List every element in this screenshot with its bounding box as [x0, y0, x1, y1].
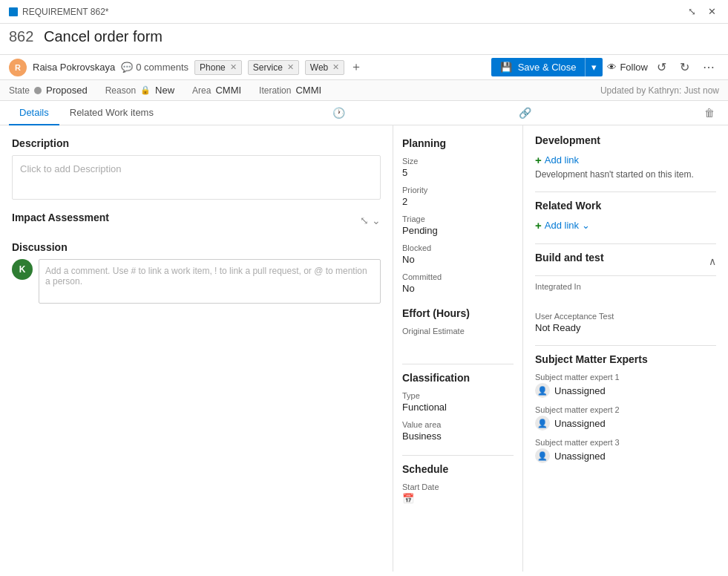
avatar: R — [9, 59, 27, 76]
add-related-link-button[interactable]: + Add link ⌄ — [535, 219, 590, 232]
divider — [402, 364, 514, 364]
toolbar: R Raisa Pokrovskaya 💬 0 comments Phone ✕… — [0, 55, 728, 80]
expand-icon-button[interactable]: ⤡ — [360, 215, 369, 226]
item-header: 862 Cancel order form — [0, 24, 728, 55]
tag-web-remove[interactable]: ✕ — [332, 62, 339, 72]
state-dot — [34, 87, 42, 94]
build-test-title: Build and test — [535, 252, 604, 264]
state-field: State Proposed — [9, 85, 88, 96]
area-field: Area CMMI — [192, 85, 241, 96]
classification-title: Classification — [402, 372, 514, 384]
right-divider1 — [535, 192, 716, 192]
item-title: 862 Cancel order form — [9, 28, 719, 45]
right-divider2 — [535, 243, 716, 244]
integrated-in-value[interactable] — [535, 292, 716, 304]
tag-service-remove[interactable]: ✕ — [287, 62, 294, 72]
history-icon-button[interactable]: 🕐 — [328, 104, 350, 122]
classification-section: Classification Type Functional Value are… — [402, 372, 514, 442]
save-close-label[interactable]: 💾 Save & Close — [491, 58, 585, 76]
minimize-button[interactable]: ⤡ — [685, 4, 699, 19]
commenter-avatar: K — [12, 259, 33, 280]
planning-section: Planning Size 5 Priority 2 Triage Pendin… — [402, 137, 514, 294]
tag-service: Service ✕ — [248, 60, 299, 75]
title-bar-left: REQUIREMENT 862* — [9, 7, 108, 17]
schedule-section: Schedule Start Date 📅 — [402, 463, 514, 504]
comments-button[interactable]: 💬 0 comments — [121, 62, 188, 73]
right-panel: Development + Add link Development hasn'… — [523, 125, 728, 572]
main-content: Description Click to add Description Imp… — [0, 125, 728, 572]
undo-button[interactable]: ↺ — [652, 59, 671, 76]
original-estimate-value[interactable] — [402, 337, 514, 350]
impact-title: Impact Assessment — [12, 212, 109, 223]
more-button[interactable]: ⋯ — [698, 59, 719, 76]
middle-panel: Planning Size 5 Priority 2 Triage Pendin… — [393, 125, 523, 572]
plus-icon2: + — [535, 219, 542, 232]
sme1-item: 👤 Unassigned — [535, 383, 716, 398]
discussion-title: Discussion — [12, 241, 381, 253]
sme1-avatar: 👤 — [535, 383, 550, 398]
sme1-row: Subject matter expert 1 👤 Unassigned — [535, 373, 716, 398]
close-button[interactable]: ✕ — [705, 4, 719, 19]
description-placeholder[interactable]: Click to add Description — [20, 163, 122, 174]
dev-note: Development hasn't started on this item. — [535, 169, 716, 180]
save-close-button[interactable]: 💾 Save & Close ▾ — [491, 58, 603, 76]
type-field: Type Functional — [402, 391, 514, 413]
build-header: Build and test ∧ — [535, 252, 716, 276]
sme3-row: Subject matter expert 3 👤 Unassigned — [535, 438, 716, 463]
link-icon-button[interactable]: 🔗 — [514, 104, 536, 122]
title-bar-right: ⤡ ✕ — [685, 4, 719, 19]
requirement-icon — [9, 7, 18, 16]
tag-phone-remove[interactable]: ✕ — [230, 62, 237, 72]
user-name: Raisa Pokrovskaya — [33, 62, 115, 73]
requirement-label: REQUIREMENT 862* — [22, 7, 108, 17]
comment-input[interactable]: Add a comment. Use # to link a work item… — [39, 259, 381, 304]
tabs-row: Details Related Work items 🕐 🔗 🗑 — [0, 101, 728, 125]
sme3-avatar: 👤 — [535, 448, 550, 463]
size-field: Size 5 — [402, 157, 514, 178]
description-area[interactable]: Click to add Description — [12, 155, 381, 200]
tag-web: Web ✕ — [305, 60, 344, 75]
tag-phone: Phone ✕ — [194, 60, 242, 75]
comment-placeholder: Add a comment. Use # to link a work item… — [45, 266, 367, 287]
schedule-title: Schedule — [402, 463, 514, 475]
save-dropdown-arrow[interactable]: ▾ — [585, 58, 603, 76]
value-area-field: Value area Business — [402, 420, 514, 442]
sme-title: Subject Matter Experts — [535, 353, 716, 365]
committed-field: Committed No — [402, 272, 514, 294]
impact-header: Impact Assessment ⤡ ⌄ — [12, 212, 381, 229]
start-date-field: Start Date 📅 — [402, 482, 514, 504]
title-bar: REQUIREMENT 862* ⤡ ✕ — [0, 0, 728, 24]
priority-field: Priority 2 — [402, 186, 514, 207]
impact-icons: ⤡ ⌄ — [360, 215, 381, 226]
tab-related-work-items[interactable]: Related Work items — [59, 101, 164, 125]
description-title: Description — [12, 137, 381, 149]
sme3-item: 👤 Unassigned — [535, 448, 716, 463]
effort-section: Effort (Hours) Original Estimate — [402, 307, 514, 350]
discussion-section: Discussion K Add a comment. Use # to lin… — [12, 241, 381, 304]
sme2-avatar: 👤 — [535, 416, 550, 431]
add-tag-button[interactable]: ＋ — [350, 59, 362, 75]
collapse-icon-button[interactable]: ⌄ — [372, 215, 381, 226]
sme-section: Subject Matter Experts Subject matter ex… — [535, 353, 716, 463]
left-panel: Description Click to add Description Imp… — [0, 125, 393, 572]
impact-section: Impact Assessment ⤡ ⌄ — [12, 212, 381, 229]
user-acceptance-field: User Acceptance Test Not Ready — [535, 312, 716, 333]
build-collapse-button[interactable]: ∧ — [709, 255, 716, 267]
comments-count: 0 comments — [136, 62, 188, 73]
sme2-item: 👤 Unassigned — [535, 416, 716, 431]
calendar-icon: 📅 — [402, 493, 414, 504]
item-title-text: Cancel order form — [44, 28, 163, 45]
integrated-in-field: Integrated In — [535, 282, 716, 304]
follow-button[interactable]: 👁 Follow — [607, 62, 648, 73]
lock-icon: 🔒 — [140, 85, 151, 95]
blocked-field: Blocked No — [402, 243, 514, 265]
effort-title: Effort (Hours) — [402, 307, 514, 319]
right-divider3 — [535, 345, 716, 346]
iteration-field: Iteration CMMI — [259, 85, 321, 96]
tab-details[interactable]: Details — [9, 101, 59, 125]
redo-button[interactable]: ↻ — [675, 59, 694, 76]
discussion-area: K Add a comment. Use # to link a work it… — [12, 259, 381, 304]
original-estimate-field: Original Estimate — [402, 327, 514, 350]
add-dev-link-button[interactable]: + Add link — [535, 154, 579, 166]
delete-icon-button[interactable]: 🗑 — [700, 104, 719, 122]
